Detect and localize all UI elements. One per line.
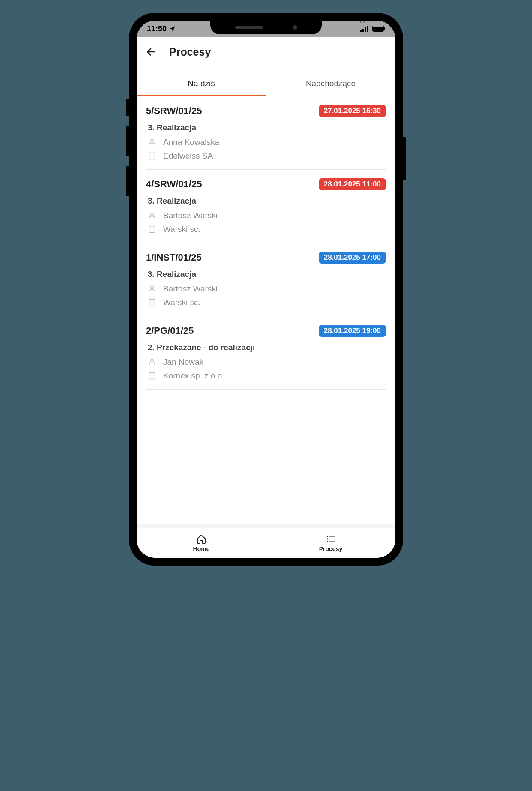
phone-power-button [403,137,406,180]
battery-icon [372,26,385,32]
building-icon [148,225,156,234]
phone-volume-down [126,166,129,196]
page-title: Procesy [169,46,211,58]
svg-rect-17 [149,226,155,233]
bottom-separator [137,524,395,528]
svg-rect-45 [329,542,335,542]
phone-frame: 11:50 LTE [129,13,403,566]
svg-point-16 [151,213,154,216]
process-item[interactable]: 1/INST/01/25 28.01.2025 17:00 3. Realiza… [146,243,386,316]
status-left: 11:50 [147,24,176,33]
process-company: Kornex sp. z o.o. [163,371,224,381]
network-type-label: LTE [360,21,367,24]
process-list[interactable]: 5/SRW/01/25 27.01.2025 16:30 3. Realizac… [137,96,395,524]
process-company: Edelweiss SA [163,151,213,161]
home-icon [196,534,206,544]
tab-today[interactable]: Na dziś [137,67,266,96]
svg-rect-25 [149,300,155,306]
status-time: 11:50 [147,24,167,33]
svg-rect-41 [329,536,335,537]
building-icon [148,298,156,307]
svg-rect-43 [329,539,335,539]
process-id: 2/PG/01/25 [146,325,194,336]
back-button[interactable] [145,46,157,58]
tab-upcoming[interactable]: Nadchodzące [266,67,395,96]
process-status: 2. Przekazane - do realizacji [146,343,386,352]
process-item[interactable]: 4/SRW/01/25 28.01.2025 11:00 3. Realizac… [146,170,386,243]
tab-label: Nadchodzące [306,79,356,88]
process-id: 1/INST/01/25 [146,252,202,263]
tabs: Na dziś Nadchodzące [137,67,395,96]
nav-home[interactable]: Home [137,528,266,558]
datetime-badge: 28.01.2025 17:00 [319,252,386,264]
phone-notch [210,21,322,34]
process-company: Warski sc. [163,298,200,307]
svg-rect-2 [365,27,366,32]
svg-point-32 [151,359,154,362]
process-id: 5/SRW/01/25 [146,105,202,117]
process-company: Warski sc. [163,225,200,234]
svg-rect-33 [149,373,155,379]
svg-rect-5 [373,27,383,31]
screen: 11:50 LTE [137,21,395,558]
process-person: Bartosz Warski [163,284,218,294]
person-icon [148,138,156,147]
person-icon [148,285,156,293]
arrow-left-icon [146,46,157,57]
tab-label: Na dziś [188,79,215,88]
process-item[interactable]: 5/SRW/01/25 27.01.2025 16:30 3. Realizac… [146,96,386,170]
phone-silence-switch [126,99,129,116]
person-icon [148,211,156,220]
bottom-nav: Home Procesy [137,528,395,558]
datetime-badge: 28.01.2025 11:00 [319,178,386,190]
status-right: LTE [360,25,385,32]
svg-rect-40 [327,536,328,537]
app-header: Procesy [137,37,395,67]
svg-point-8 [151,139,154,142]
phone-volume-up [126,126,129,156]
building-icon [148,372,156,380]
process-status: 3. Realizacja [146,123,386,132]
datetime-badge: 27.01.2025 16:30 [319,105,386,117]
nav-processes[interactable]: Procesy [266,528,395,558]
nav-label: Procesy [319,545,342,552]
process-person: Jan Nowak [163,357,203,367]
cellular-signal-icon: LTE [360,25,370,32]
process-status: 3. Realizacja [146,270,386,279]
svg-rect-6 [384,27,385,30]
svg-rect-0 [360,30,362,32]
process-person: Bartosz Warski [163,211,218,220]
nav-label: Home [193,545,210,552]
svg-rect-1 [362,29,364,32]
process-item[interactable]: 2/PG/01/25 28.01.2025 19:00 2. Przekazan… [146,316,386,390]
svg-rect-3 [367,26,368,32]
process-id: 4/SRW/01/25 [146,179,202,190]
svg-point-24 [151,286,154,289]
status-bar: 11:50 LTE [137,21,395,37]
datetime-badge: 28.01.2025 19:00 [319,325,386,337]
list-icon [326,534,336,544]
person-icon [148,358,156,366]
building-icon [148,152,156,160]
svg-rect-44 [327,541,328,542]
process-person: Anna Kowalska [163,138,219,147]
svg-rect-9 [149,153,155,159]
location-icon [169,25,176,32]
process-status: 3. Realizacja [146,196,386,206]
svg-rect-42 [327,539,328,540]
